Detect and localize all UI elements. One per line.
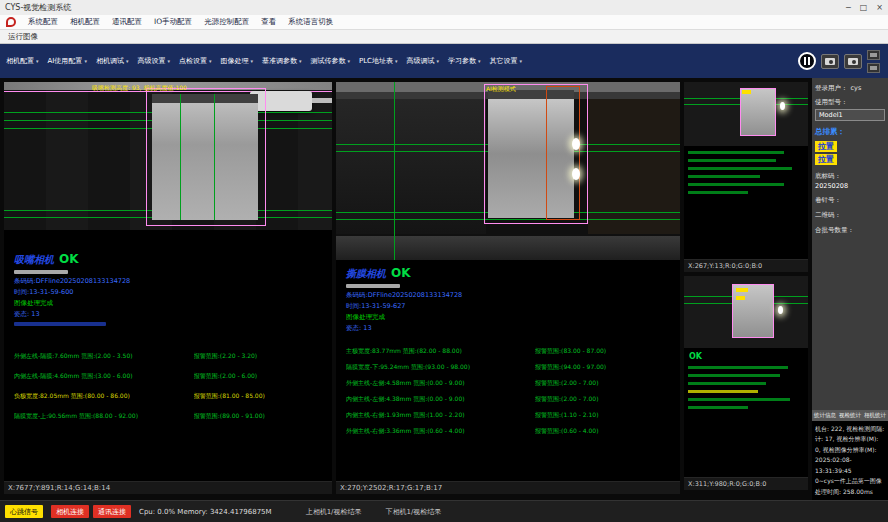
menu-item[interactable]: IO手动配置 — [154, 17, 192, 26]
preview-image[interactable] — [684, 82, 808, 146]
menu-item[interactable]: 光源控制配置 — [204, 17, 249, 26]
measurement-row: 外侧主线-左侧:4.58mm 范围:(0.00 - 9.00) 报警范围:(2.… — [346, 379, 672, 388]
measurement-row: 内侧主线-左侧:4.38mm 范围:(0.00 - 9.00) 报警范围:(2.… — [346, 395, 672, 404]
camera-image-left[interactable]: 吸嘴检测高度: 93, 相机高度值:100 — [4, 82, 332, 230]
menu-item[interactable]: 查看 — [261, 17, 276, 26]
text-placeholder — [688, 366, 788, 369]
camera-b-button[interactable] — [844, 54, 862, 69]
toolbar-item[interactable]: 点检设置 — [179, 56, 212, 66]
window-close-button[interactable]: × — [876, 3, 883, 12]
window-maximize-button[interactable]: □ — [860, 3, 868, 12]
preview-column: X:267;Y:13;R:0;G:0;B:0 OK — [684, 78, 808, 500]
measurement-text: 内侧主线-左侧:4.38mm 范围:(0.00 - 9.00) — [346, 395, 535, 404]
menu-item[interactable]: 相机配置 — [70, 17, 100, 26]
text-placeholder — [688, 167, 792, 170]
stats-line: 机台: 222, 视检检测间隔: — [815, 424, 885, 435]
measurement-row: 隔膜宽度-上:90.56mm 范围:(88.00 - 92.00) 报警范围:(… — [14, 412, 324, 421]
text-placeholder — [688, 151, 784, 154]
measurement-text: 内侧左线-隔膜:4.60mm 范围:(3.00 - 6.00) — [14, 372, 194, 381]
pose-text: 姿态: 13 — [346, 324, 672, 333]
link-badge: 相机连接 — [51, 505, 89, 518]
camera-a-button[interactable] — [821, 54, 839, 69]
text-placeholder — [688, 175, 760, 178]
preview-pane-bottom: OK X:311;Y:980;R:0;G:0;B:0 — [684, 276, 808, 490]
stats-tab[interactable]: 视检统计 — [839, 412, 861, 419]
text-placeholder — [688, 398, 790, 401]
toolbar-item[interactable]: AI使用配置 — [48, 56, 87, 66]
measurement-row: 外侧主线-右侧:3.36mm 范围:(0.60 - 4.00) 报警范围:(0.… — [346, 427, 672, 436]
info-panel: 登录用户： cys 使用型号： Model1 总排累： 拉置拉置 底标码： 20… — [812, 78, 888, 500]
menu-item[interactable]: 系统语言切换 — [288, 17, 333, 26]
measurement-list: 外侧左线-隔膜:7.60mm 范围:(2.00 - 3.50) 报警范围:(2.… — [14, 352, 324, 421]
result-status: OK — [59, 252, 79, 266]
stats-tab[interactable]: 统计信息 — [814, 412, 836, 419]
field-label: 卷针号： — [815, 196, 885, 205]
toolbar-item[interactable]: 相机配置 — [6, 56, 39, 66]
link-badge: 通讯连接 — [93, 505, 131, 518]
toolbar-item[interactable]: 其它设置 — [490, 56, 523, 66]
toolbar-item[interactable]: 高级设置 — [137, 56, 170, 66]
title-bar: CYS-视觉检测系统 ─ □ × — [0, 0, 888, 15]
menu-bar: 系统配置相机配置通讯配置IO手动配置光源控制配置查看系统语言切换 — [0, 15, 888, 30]
tag-list: 拉置拉置 — [815, 139, 885, 167]
result-status: OK — [391, 266, 411, 280]
alarm-range-text: 报警范围:(0.60 - 4.00) — [535, 427, 672, 436]
camera-image-right[interactable]: AI检测模式 — [336, 82, 680, 260]
toolbar-item[interactable]: 高级调试 — [407, 56, 440, 66]
tab-strip: 运行图像 — [0, 30, 888, 44]
stats-tab[interactable]: 相机统计 — [864, 412, 886, 419]
toolbar-item[interactable]: 基准调参数 — [262, 56, 302, 66]
window-minimize-button[interactable]: ─ — [846, 3, 851, 12]
reflection-highlight — [780, 102, 785, 110]
model-label: 使用型号： — [815, 98, 885, 107]
menu-item[interactable]: 系统配置 — [28, 17, 58, 26]
model-select[interactable]: Model1 — [815, 109, 885, 121]
measurement-text: 隔膜宽度-上:90.56mm 范围:(88.00 - 92.00) — [14, 412, 194, 421]
screen-snapshot-button[interactable] — [867, 50, 880, 60]
measurement-row: 外侧左线-隔膜:7.60mm 范围:(2.00 - 3.50) 报警范围:(2.… — [14, 352, 324, 361]
app-title: CYS-视觉检测系统 — [5, 2, 71, 13]
text-placeholder — [688, 183, 784, 186]
preview-text-area — [684, 146, 808, 259]
overlay-tag — [736, 288, 748, 292]
time-text: 时间:13-31-59-600 — [14, 288, 324, 297]
result-title: 撕膜相机 — [346, 267, 386, 281]
pause-icon — [804, 57, 806, 65]
status-bar: 心跳信号 相机连接通讯连接 Cpu: 0.0% Memory: 3424.417… — [0, 500, 888, 522]
stats-line: 2025:02:08-13:31:39:45 — [815, 455, 885, 476]
toolbar-item[interactable]: 图像处理 — [220, 56, 253, 66]
alarm-range-text: 报警范围:(94.00 - 97.00) — [535, 363, 672, 372]
measurement-text: 外侧左线-隔膜:7.60mm 范围:(2.00 - 3.50) — [14, 352, 194, 361]
overlay-tag — [736, 296, 745, 300]
camera-result-labels: 上相机1/视检结果下相机1/视检结果 — [306, 507, 442, 517]
toolbar: 相机配置AI使用配置相机调试高级设置点检设置图像处理基准调参数测试传参数PLC地… — [0, 44, 888, 78]
toolbar-item[interactable]: 相机调试 — [96, 56, 129, 66]
menu-item[interactable]: 通讯配置 — [112, 17, 142, 26]
pause-button[interactable] — [798, 52, 816, 70]
text-placeholder — [688, 159, 776, 162]
camera-result-text: 下相机1/视检结果 — [385, 507, 441, 517]
cpu-memory-text: Cpu: 0.0% Memory: 3424.41796875M — [139, 508, 272, 516]
result-text-area: 吸嘴相机 OK 条码码:DFFline20250208133134728 时间:… — [4, 230, 332, 481]
pixel-coordinates: X:270;Y:2502;R:17;G:17;B:17 — [336, 481, 680, 494]
measurement-text: 主极宽度:83.77mm 范围:(82.00 - 88.00) — [346, 347, 535, 356]
preview-pane-top: X:267;Y:13;R:0;G:0;B:0 — [684, 82, 808, 272]
text-placeholder — [14, 270, 68, 274]
detection-roi-outline — [146, 88, 266, 226]
toolbar-item[interactable]: 测试传参数 — [310, 56, 350, 66]
tab-run-image[interactable]: 运行图像 — [8, 32, 38, 42]
measurement-text: 外侧主线-右侧:3.36mm 范围:(0.60 - 4.00) — [346, 427, 535, 436]
measurement-row: 隔膜宽度-下:95.24mm 范围:(93.00 - 98.00) 报警范围:(… — [346, 363, 672, 372]
screen-view-button[interactable] — [867, 63, 880, 73]
camera-result-text: 上相机1/视检结果 — [306, 507, 362, 517]
toolbar-item[interactable]: PLC地址表 — [359, 56, 398, 66]
toolbar-item[interactable]: 学习参数 — [448, 56, 481, 66]
code-value: 20250208 — [815, 182, 885, 190]
overlay-label: 吸嘴检测高度: 93, 相机高度值:100 — [92, 84, 187, 93]
preview-image[interactable] — [684, 276, 808, 348]
alarm-range-text: 报警范围:(1.10 - 2.10) — [535, 411, 672, 420]
heartbeat-badge: 心跳信号 — [5, 505, 43, 518]
overlay-tag — [742, 90, 751, 94]
time-text: 时间:13-31-59-627 — [346, 302, 672, 311]
preview-text-area: OK — [684, 348, 808, 477]
